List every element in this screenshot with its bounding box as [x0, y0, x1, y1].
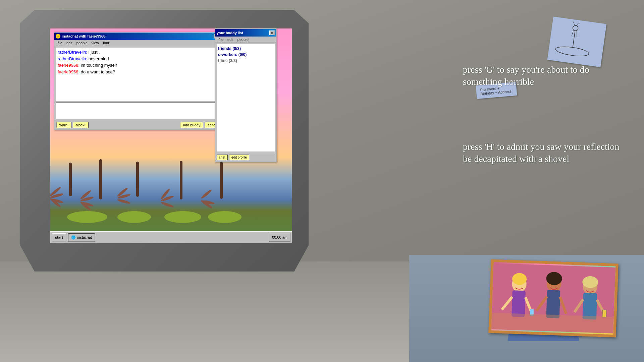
buddy-window-title: your buddy list: [217, 31, 243, 35]
chat-window-title: instachat with faerie9968: [62, 34, 105, 38]
island-1: [67, 211, 107, 223]
instruction-text-1: press 'G' to say you're about to do some…: [463, 64, 624, 88]
svg-line-4: [577, 22, 580, 26]
taskbar-clock: 00:00 am: [269, 233, 290, 242]
taskbar: start 🌐 instachat 00:00 am: [50, 231, 292, 243]
chat-titlebar: 😊 instachat with faerie9968 ×: [54, 33, 221, 40]
svg-point-0: [555, 45, 589, 58]
menu-people[interactable]: people: [74, 41, 90, 45]
taskbar-app-icon: 🌐: [71, 235, 76, 240]
monitor-frame: 😊 instachat with faerie9968 × file edit …: [20, 10, 309, 272]
svg-rect-9: [512, 290, 526, 317]
buddy-menu-edit[interactable]: edit: [225, 37, 235, 42]
palm-tree-1: [60, 163, 80, 206]
palm-tree-2: [91, 159, 111, 209]
buddy-menubar: file edit people: [215, 37, 276, 43]
buddy-group-coworkers[interactable]: o-workers (0/0): [218, 52, 273, 58]
chat-text-2: nevermind: [89, 56, 109, 61]
start-button[interactable]: start: [52, 233, 66, 242]
palm-tree-3: [127, 162, 148, 207]
svg-line-3: [573, 22, 576, 25]
chat-window: 😊 instachat with faerie9968 × file edit …: [54, 32, 221, 130]
svg-rect-15: [546, 290, 560, 318]
chat-message-area: ratherBtravelin: i just.. ratherBtraveli…: [56, 48, 219, 101]
buddy-group-offline[interactable]: ffline (3/3): [218, 58, 273, 64]
buddy-list-window: your buddy list × file edit people frien…: [215, 28, 277, 162]
chat-message-3: faerie9968: im touching myself: [58, 62, 217, 69]
chat-icon: 😊: [56, 34, 60, 39]
island-4: [208, 211, 241, 223]
add-buddy-button[interactable]: add buddy: [180, 122, 203, 128]
menu-edit[interactable]: edit: [64, 41, 74, 45]
photo-art: [491, 262, 616, 335]
chat-text-3: im touching myself: [81, 63, 117, 68]
warn-button[interactable]: warn!: [56, 122, 71, 128]
block-button[interactable]: block!: [73, 122, 89, 128]
photo-frame: [488, 259, 618, 337]
svg-line-6: [576, 31, 578, 37]
chat-user-1: ratherBtravelin:: [58, 50, 87, 55]
svg-line-1: [573, 30, 575, 47]
island-3: [164, 211, 201, 223]
sketch-note: [547, 16, 607, 67]
taskbar-app-item[interactable]: 🌐 instachat: [68, 233, 95, 242]
chat-user-4: faerie9968:: [58, 69, 79, 74]
chat-user-2: ratherBtravelin:: [58, 56, 87, 61]
menu-file[interactable]: file: [56, 41, 64, 45]
chat-input[interactable]: [56, 103, 219, 119]
palm-tree-5: [211, 162, 231, 209]
chat-message-2: ratherBtravelin: nevermind: [58, 56, 217, 62]
instruction-text-2: press 'H' to admit you saw your reflecti…: [463, 141, 624, 165]
buddy-footer: chat edit profile: [215, 153, 276, 162]
svg-rect-23: [602, 310, 607, 317]
buddy-titlebar: your buddy list ×: [215, 29, 276, 37]
chat-message-1: ratherBtravelin: i just..: [58, 49, 217, 56]
chat-message-4: faerie9968: do u want to see?: [58, 69, 217, 75]
monitor: 😊 instachat with faerie9968 × file edit …: [20, 10, 309, 272]
buddy-list-area: friends (0/3) o-workers (0/0) ffline (3/…: [217, 44, 275, 152]
buddy-group-friends[interactable]: friends (0/3): [218, 46, 273, 52]
buddy-menu-file[interactable]: file: [217, 37, 225, 42]
buddy-menu-people[interactable]: people: [235, 37, 251, 42]
palm-tree-4: [171, 161, 191, 209]
edit-profile-button[interactable]: edit profile: [229, 155, 249, 160]
taskbar-app-label: instachat: [77, 235, 92, 239]
sketch-drawing: [548, 16, 600, 63]
chat-text-1: i just..: [89, 50, 100, 55]
chat-menubar: file edit people view font: [54, 40, 221, 46]
monitor-screen: 😊 instachat with faerie9968 × file edit …: [50, 28, 292, 243]
buddy-close-button[interactable]: ×: [269, 31, 275, 35]
chat-button-bar: warn! block! add buddy send: [54, 121, 221, 129]
svg-rect-20: [582, 293, 597, 319]
right-panel: Password + Birthday + Address press 'G' …: [436, 0, 644, 362]
island-2: [117, 211, 151, 223]
svg-line-5: [572, 31, 573, 36]
svg-point-2: [573, 25, 579, 31]
photo-image: [491, 262, 616, 335]
chat-button[interactable]: chat: [217, 155, 228, 160]
chat-user-3: faerie9968:: [58, 63, 79, 68]
menu-font[interactable]: font: [101, 41, 111, 45]
chat-text-4: do u want to see?: [81, 69, 115, 74]
menu-view[interactable]: view: [90, 41, 101, 45]
